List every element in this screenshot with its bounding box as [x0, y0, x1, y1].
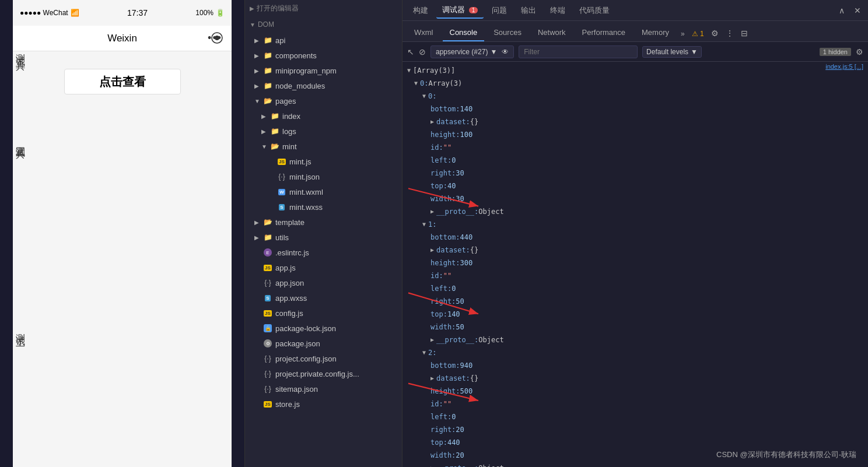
js-icon-appjs: JS: [262, 262, 273, 273]
tab-output[interactable]: 输出: [515, 3, 542, 18]
tree-item-mint-wxss[interactable]: S mint.wxss: [245, 199, 402, 215]
console-tab-memory[interactable]: Memory: [635, 24, 676, 41]
section-dom[interactable]: ▼ DOM: [245, 16, 402, 33]
expand-sub0[interactable]: ▼: [422, 91, 426, 101]
tree-arrow-utils: ▶: [254, 234, 262, 241]
chevron-up-icon[interactable]: ∧: [836, 5, 847, 16]
console-line-1: ▼ 1:: [402, 218, 868, 231]
tree-item-configjs[interactable]: JS config.js: [245, 306, 402, 321]
tree-item-miniprogram-npm[interactable]: ▶ 📁 miniprogram_npm: [245, 63, 402, 78]
console-tab-wxml[interactable]: Wxml: [407, 24, 440, 41]
folder-icon-index: 📁: [270, 111, 280, 121]
filter-gear-icon[interactable]: ⚙: [856, 47, 863, 57]
console-tab-performance[interactable]: Performance: [575, 24, 632, 41]
tree-item-api[interactable]: ▶ 📁 api: [245, 33, 402, 48]
tree-item-mint-json[interactable]: {·} mint.json: [245, 169, 402, 184]
click-view-button[interactable]: 点击查看: [64, 69, 181, 94]
tree-label-miniprogram-npm: miniprogram_npm: [275, 66, 337, 75]
cursor-icon[interactable]: ↖: [407, 47, 414, 57]
val-right2: 20: [456, 424, 464, 435]
tree-item-template[interactable]: ▶ 📂 template: [245, 215, 402, 230]
expand-array[interactable]: ▼: [407, 65, 411, 76]
tree-item-project-private[interactable]: {·} project.private.config.js...: [245, 366, 402, 381]
tree-item-pages[interactable]: ▼ 📂 pages: [245, 93, 402, 108]
tree-item-components[interactable]: ▶ 📁 components: [245, 48, 402, 63]
console-line-2: ▼ 2:: [402, 346, 868, 359]
key-height1: height:: [430, 258, 460, 268]
levels-arrow: ▼: [691, 48, 698, 56]
source-link[interactable]: index.js:5 [...]: [825, 63, 863, 70]
expand-2[interactable]: ▼: [422, 347, 426, 358]
tree-item-mint-js[interactable]: JS mint.js: [245, 154, 402, 169]
tab-build-label: 构建: [413, 6, 428, 15]
console-wrapper: index.js:5 [...] ▼ [Array(3)] ▼ 0: Array…: [402, 62, 868, 467]
appservice-selector[interactable]: appservice (#27) ▼ 👁: [430, 45, 514, 58]
dock-icon[interactable]: ⊟: [738, 25, 750, 41]
tree-item-logs[interactable]: ▶ 📁 logs: [245, 124, 402, 139]
val-bottom0: 140: [460, 104, 473, 114]
tree-item-node-modules[interactable]: ▶ 📁 node_modules: [245, 78, 402, 93]
tree-item-appjson[interactable]: {·} app.json: [245, 275, 402, 290]
tree-label-api: api: [275, 36, 285, 45]
tree-item-index[interactable]: ▶ 📁 index: [245, 108, 402, 124]
expand-dataset1[interactable]: ▶: [430, 245, 434, 255]
console-line-height2: height: 500: [402, 385, 868, 398]
key-bottom2: bottom:: [430, 360, 460, 371]
key-width2: width:: [430, 450, 456, 461]
block-icon[interactable]: ⊘: [419, 47, 426, 57]
tab-code-quality-label: 代码质量: [579, 6, 610, 15]
val-left0: 0: [452, 155, 456, 166]
tree-label-mint-json: mint.json: [289, 173, 320, 181]
console-tab-sources[interactable]: Sources: [487, 24, 528, 41]
tab-code-quality[interactable]: 代码质量: [573, 3, 615, 18]
settings-icon[interactable]: ⚙: [709, 25, 721, 41]
expand-dataset0[interactable]: ▶: [430, 117, 434, 127]
console-line-height0: height: 100: [402, 128, 868, 141]
tree-item-packagejson[interactable]: ⚙ package.json: [245, 336, 402, 351]
filter-input[interactable]: [519, 45, 638, 58]
tree-item-appjs[interactable]: JS app.js: [245, 260, 402, 275]
battery-text: 100%: [195, 9, 214, 17]
expand-1[interactable]: ▼: [422, 219, 426, 230]
record-circle-icon[interactable]: [211, 31, 223, 47]
console-filterbar: ↖ ⊘ appservice (#27) ▼ 👁 Default levels …: [402, 42, 868, 62]
tree-label-package-lock: package-lock.json: [275, 324, 336, 333]
tree-item-eslintrc[interactable]: E .eslintrc.js: [245, 245, 402, 260]
val-left1: 0: [452, 283, 456, 294]
console-line-width0: width: 30: [402, 192, 868, 205]
key-height0: height:: [430, 129, 460, 140]
default-levels-label: Default levels: [646, 48, 688, 56]
close-icon[interactable]: ✕: [852, 5, 863, 16]
folder-icon-pages: 📂: [262, 96, 273, 106]
console-line-left0: left: 0: [402, 154, 868, 167]
expand-proto1[interactable]: ▶: [430, 335, 434, 345]
tree-item-package-lock[interactable]: 🔒 package-lock.json: [245, 321, 402, 336]
tree-arrow-index: ▶: [261, 113, 270, 120]
console-tab-console[interactable]: Console: [443, 24, 485, 41]
tree-item-mint-wxml[interactable]: W mint.wxml: [245, 184, 402, 199]
tree-item-utils[interactable]: ▶ 📁 utils: [245, 230, 402, 245]
expand-proto2[interactable]: ▶: [430, 463, 434, 467]
tree-item-sitemap[interactable]: {·} sitemap.json: [245, 381, 402, 396]
tab-debugger[interactable]: 调试器 1: [436, 2, 484, 19]
console-line-top1: top: 140: [402, 308, 868, 321]
key-bottom0: bottom:: [430, 104, 460, 114]
tab-issues[interactable]: 问题: [486, 3, 513, 18]
tree-item-project-config[interactable]: {·} project.config.json: [245, 351, 402, 366]
tab-output-label: 输出: [521, 6, 536, 15]
tab-build[interactable]: 构建: [407, 3, 434, 18]
more-tabs-icon[interactable]: »: [678, 26, 687, 41]
section-editor[interactable]: ▶ 打开的编辑器: [245, 0, 402, 16]
tab-terminal[interactable]: 终端: [544, 3, 571, 18]
more-options-icon[interactable]: ⋮: [723, 25, 736, 41]
console-line-left1: left: 0: [402, 282, 868, 295]
expand-dataset2[interactable]: ▶: [430, 373, 434, 384]
default-levels-selector[interactable]: Default levels ▼: [642, 46, 702, 58]
console-tab-network[interactable]: Network: [531, 24, 573, 41]
tree-item-mint[interactable]: ▼ 📂 mint: [245, 139, 402, 154]
expand-0-array3[interactable]: ▼: [414, 78, 418, 89]
tree-item-storejs[interactable]: JS store.js: [245, 396, 402, 412]
expand-proto0[interactable]: ▶: [430, 206, 434, 217]
tree-label-project-config: project.config.json: [275, 354, 337, 363]
tree-item-appwxss[interactable]: S app.wxss: [245, 290, 402, 306]
